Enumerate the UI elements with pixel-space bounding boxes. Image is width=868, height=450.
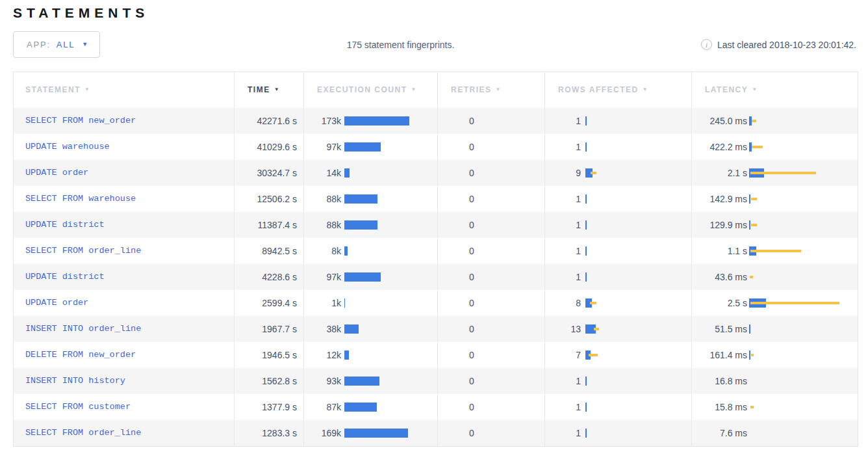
execution-count-cell: 97k bbox=[304, 264, 438, 290]
mean-bar bbox=[585, 429, 587, 438]
mean-bar bbox=[344, 298, 345, 308]
bar-value-label: 173k bbox=[304, 116, 341, 126]
info-icon[interactable]: i bbox=[701, 39, 712, 50]
bar-value-label: 88k bbox=[304, 194, 341, 204]
bar-track bbox=[585, 298, 691, 308]
app-filter-label: APP: bbox=[27, 40, 51, 49]
column-header-execution-count[interactable]: EXECUTION COUNT▼ bbox=[304, 72, 438, 108]
stddev-bar bbox=[752, 146, 763, 148]
bar-cell: 1 bbox=[545, 212, 691, 238]
bar-value-label: 97k bbox=[304, 272, 341, 282]
bar-value-label: 16.8 ms bbox=[692, 376, 747, 386]
statement-link[interactable]: SELECT FROM warehouse bbox=[14, 194, 234, 204]
app-filter-dropdown[interactable]: APP: ALL ▼ bbox=[13, 31, 100, 58]
bar-cell: 12k bbox=[304, 342, 437, 368]
mean-bar bbox=[344, 324, 359, 334]
column-header-retries[interactable]: RETRIES▼ bbox=[438, 72, 545, 108]
rows-affected-cell: 1 bbox=[545, 238, 692, 264]
execution-count-cell: 97k bbox=[304, 134, 438, 160]
statement-link[interactable]: UPDATE district bbox=[14, 220, 234, 230]
statement-link[interactable]: UPDATE warehouse bbox=[14, 142, 234, 152]
stddev-bar bbox=[751, 224, 757, 226]
latency-cell: 2.1 s bbox=[692, 160, 858, 186]
statement-link[interactable]: SELECT FROM new_order bbox=[14, 116, 234, 126]
column-header-time[interactable]: TIME▼ bbox=[235, 72, 304, 108]
last-cleared-text: Last cleared 2018-10-23 20:01:42. bbox=[717, 40, 856, 50]
bar-track bbox=[749, 246, 858, 256]
retries-cell: 0 bbox=[438, 264, 545, 290]
bar-track bbox=[749, 272, 858, 282]
bar-cell: 8k bbox=[304, 238, 437, 264]
bar-track bbox=[749, 116, 858, 126]
bar-cell: 88k bbox=[304, 212, 437, 238]
bar-value-label: 7.6 ms bbox=[692, 428, 747, 438]
bar-value-label: 8k bbox=[304, 246, 341, 256]
statement-link[interactable]: SELECT FROM order_line bbox=[14, 246, 234, 256]
bar-value-label: 7 bbox=[545, 350, 581, 360]
mean-bar bbox=[585, 194, 587, 204]
bar-cell: 15.8 ms bbox=[692, 394, 858, 420]
statement-link[interactable]: DELETE FROM new_order bbox=[14, 350, 234, 360]
mean-bar bbox=[344, 246, 348, 256]
mean-bar bbox=[749, 220, 750, 230]
execution-count-cell: 14k bbox=[304, 160, 438, 186]
bar-value-label: 169k bbox=[304, 428, 341, 438]
latency-cell: 129.9 ms bbox=[692, 212, 858, 238]
bar-cell: 1 bbox=[545, 368, 691, 394]
execution-count-cell: 1k bbox=[304, 290, 438, 316]
table-row: UPDATE district11387.4 s88k01129.9 ms bbox=[14, 212, 858, 238]
toolbar: APP: ALL ▼ 175 statement fingerprints. i… bbox=[13, 31, 858, 58]
statement-cell: SELECT FROM order_line bbox=[14, 238, 235, 264]
column-header-rows-affected[interactable]: ROWS AFFECTED▼ bbox=[545, 72, 692, 108]
statement-cell: UPDATE order bbox=[14, 160, 235, 186]
statement-cell: SELECT FROM customer bbox=[14, 394, 235, 420]
bar-track bbox=[749, 428, 858, 438]
statement-link[interactable]: UPDATE order bbox=[14, 168, 234, 178]
stddev-bar bbox=[589, 354, 598, 356]
retries-cell: 0 bbox=[438, 186, 545, 212]
bar-track bbox=[344, 376, 437, 386]
bar-track bbox=[749, 194, 858, 204]
stddev-bar bbox=[594, 328, 599, 330]
mean-bar bbox=[344, 116, 409, 126]
stddev-bar bbox=[590, 302, 596, 304]
bar-value-label: 245.0 ms bbox=[692, 116, 747, 126]
time-cell: 1283.3 s bbox=[235, 420, 304, 447]
bar-value-label: 15.8 ms bbox=[692, 402, 747, 412]
table-row: SELECT FROM customer1377.9 s87k0115.8 ms bbox=[14, 394, 858, 420]
bar-cell: 38k bbox=[304, 316, 437, 342]
table-row: SELECT FROM warehouse12506.2 s88k01142.9… bbox=[14, 186, 858, 212]
chevron-down-icon: ▼ bbox=[82, 41, 89, 47]
bar-track bbox=[344, 324, 437, 334]
bar-cell: 7.6 ms bbox=[692, 420, 858, 446]
statement-link[interactable]: INSERT INTO order_line bbox=[14, 324, 234, 334]
bar-track bbox=[585, 350, 691, 360]
table-row: SELECT FROM new_order42271.6 s173k01245.… bbox=[14, 108, 858, 134]
column-header-statement[interactable]: STATEMENT▼ bbox=[14, 72, 235, 108]
rows-affected-cell: 1 bbox=[545, 368, 692, 394]
bar-track bbox=[344, 298, 437, 308]
retries-cell: 0 bbox=[438, 160, 545, 186]
bar-track bbox=[344, 350, 437, 360]
bar-track bbox=[344, 194, 437, 204]
statement-link[interactable]: SELECT FROM customer bbox=[14, 402, 234, 412]
rows-affected-cell: 9 bbox=[545, 160, 692, 186]
last-cleared: i Last cleared 2018-10-23 20:01:42. bbox=[701, 39, 858, 50]
statement-link[interactable]: UPDATE order bbox=[14, 298, 234, 308]
bar-cell: 7 bbox=[545, 342, 691, 368]
column-header-latency[interactable]: LATENCY▼ bbox=[692, 72, 858, 108]
statement-cell: SELECT FROM new_order bbox=[14, 108, 235, 134]
bar-cell: 13 bbox=[545, 316, 691, 342]
bar-cell: 14k bbox=[304, 160, 437, 186]
statement-link[interactable]: UPDATE district bbox=[14, 272, 234, 282]
bar-track bbox=[585, 428, 691, 438]
latency-cell: 2.5 s bbox=[692, 290, 858, 316]
bar-cell: 2.5 s bbox=[692, 290, 858, 316]
statement-link[interactable]: SELECT FROM order_line bbox=[14, 428, 234, 438]
time-cell: 1946.5 s bbox=[235, 342, 304, 368]
statement-link[interactable]: INSERT INTO history bbox=[14, 376, 234, 386]
bar-cell: 1 bbox=[545, 264, 691, 290]
bar-track bbox=[585, 142, 691, 152]
sort-desc-icon: ▼ bbox=[411, 86, 417, 92]
rows-affected-cell: 1 bbox=[545, 186, 692, 212]
